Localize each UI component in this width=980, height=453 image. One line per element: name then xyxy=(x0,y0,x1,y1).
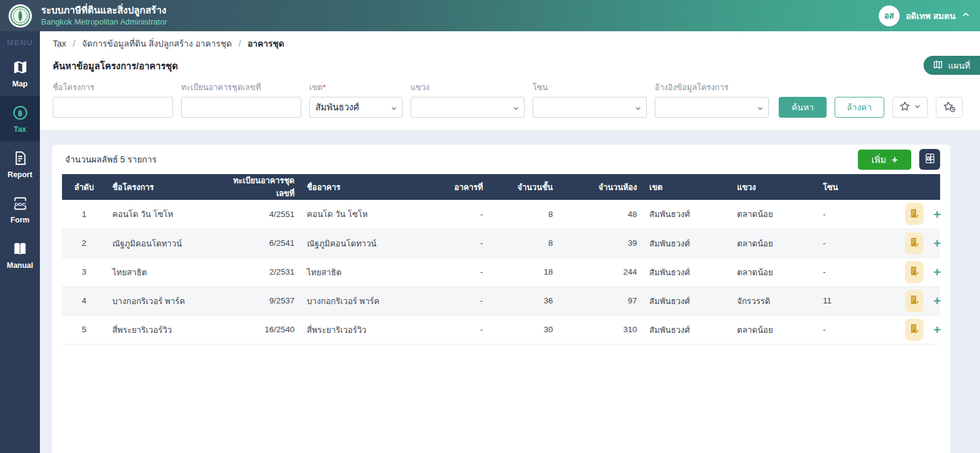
svg-text:X: X xyxy=(927,157,930,161)
export-excel-button[interactable]: X xyxy=(919,149,940,170)
search-panel: แผนที่ ค้นหาข้อมูลโครงการ/อาคารชุด ชื่อโ… xyxy=(40,54,980,130)
column-header-actions xyxy=(899,174,940,200)
star-icon xyxy=(899,101,911,114)
project-reference-select[interactable] xyxy=(655,97,769,118)
doc-file-icon: DOC xyxy=(12,196,28,211)
avatar: อส xyxy=(879,6,900,26)
building-edit-icon xyxy=(909,237,920,249)
subdistrict-label: แขวง xyxy=(411,81,525,94)
clear-button[interactable]: ล้างค่า xyxy=(835,97,884,118)
zone-field: โซน xyxy=(533,81,647,118)
map-icon xyxy=(12,59,28,75)
sidebar-item-tax[interactable]: ฿ Tax xyxy=(0,96,40,142)
cell-subdistrict: ตลาดน้อย xyxy=(731,229,817,257)
add-button[interactable]: เพิ่ม + xyxy=(858,150,911,170)
project-name-field: ชื่อโครงการ xyxy=(53,81,173,118)
book-icon xyxy=(12,241,28,257)
edit-building-button[interactable] xyxy=(905,232,924,254)
sidebar-item-form[interactable]: DOC Form xyxy=(0,187,40,232)
column-header-building-no: อาคารที่ xyxy=(423,174,489,200)
menu-label: MENU xyxy=(0,31,40,51)
cell-building-no: - xyxy=(423,229,489,257)
table-row: 4 บางกอกริเวอร์ พาร์ค 9/2537 บางกอกริเวอ… xyxy=(62,286,940,315)
add-row-item-button[interactable]: + xyxy=(933,265,941,278)
svg-text:DOC: DOC xyxy=(14,202,25,207)
top-header: ระบบภาษีที่ดินและสิ่งปลูกสร้าง Bangkok M… xyxy=(0,0,980,31)
cell-registration: 9/2537 xyxy=(214,286,301,315)
sidebar-item-label: Report xyxy=(7,170,32,179)
sidebar-item-label: Map xyxy=(12,80,28,88)
favorite-filter-dropdown-button[interactable] xyxy=(892,97,928,118)
add-row-item-button[interactable]: + xyxy=(933,323,941,336)
cell-subdistrict: ตลาดน้อย xyxy=(731,200,817,229)
table-row: 5 สี่พระยาริเวอร์วิว 16/2540 สี่พระยาริเ… xyxy=(62,315,940,344)
column-header-district: เขต xyxy=(643,174,731,200)
column-header-rooms: จำนวนห้อง xyxy=(559,174,643,200)
user-name: อดิเทพ สมตน xyxy=(906,9,955,23)
cell-building: คอนโด วัน โซโห xyxy=(301,200,423,229)
sidebar-item-label: Tax xyxy=(14,125,26,134)
cell-rooms: 39 xyxy=(559,229,643,257)
report-document-icon xyxy=(12,150,28,166)
cell-building-no: - xyxy=(423,315,489,344)
chevron-down-icon xyxy=(914,103,921,112)
cell-zone: - xyxy=(817,229,899,257)
column-header-subdistrict: แขวง xyxy=(731,174,817,200)
project-reference-label: อ้างอิงข้อมูลโครงการ xyxy=(655,81,769,94)
cell-registration: 2/2531 xyxy=(214,257,301,286)
cell-subdistrict: ตลาดน้อย xyxy=(731,257,817,286)
cell-building-no: - xyxy=(423,286,489,315)
cell-district: สัมพันธวงศ์ xyxy=(643,229,731,257)
cell-subdistrict: จักรวรรดิ xyxy=(731,286,817,315)
column-header-building: ชื่ออาคาร xyxy=(301,174,423,200)
column-header-zone: โซน xyxy=(817,174,899,200)
subdistrict-select[interactable] xyxy=(411,97,525,118)
add-row-item-button[interactable]: + xyxy=(933,237,941,249)
user-menu[interactable]: อส อดิเทพ สมตน xyxy=(879,6,970,26)
condo-registration-input[interactable] xyxy=(181,97,301,118)
project-name-label: ชื่อโครงการ xyxy=(53,81,173,94)
search-button[interactable]: ค้นหา xyxy=(779,97,827,118)
cell-floors: 36 xyxy=(489,286,559,315)
add-row-item-button[interactable]: + xyxy=(933,294,941,307)
breadcrumb-item-current: อาคารชุด xyxy=(247,39,284,48)
cell-project: บางกอกริเวอร์ พาร์ค xyxy=(106,286,214,315)
favorite-history-button[interactable] xyxy=(936,97,963,118)
cell-registration: 4/2551 xyxy=(214,200,301,229)
sidebar-item-label: Manual xyxy=(7,261,33,270)
table-header-row: ลำดับ ชื่อโครงการ ทะเบียนอาคารชุดเลขที่ … xyxy=(62,174,940,200)
cell-floors: 8 xyxy=(489,229,559,257)
project-name-input[interactable] xyxy=(53,97,173,118)
building-edit-icon xyxy=(909,323,920,336)
sidebar-item-map[interactable]: Map xyxy=(0,51,40,96)
building-edit-icon xyxy=(909,208,920,221)
map-icon xyxy=(933,59,943,72)
cell-rooms: 310 xyxy=(559,315,643,344)
cell-floors: 8 xyxy=(489,200,559,229)
cell-zone: - xyxy=(817,200,899,229)
map-view-button[interactable]: แผนที่ xyxy=(924,56,980,75)
page-title: ค้นหาข้อมูลโครงการ/อาคารชุด xyxy=(53,59,980,74)
breadcrumb-item-manage[interactable]: จัดการข้อมูลที่ดิน สิ่งปลูกสร้าง อาคารชุ… xyxy=(82,39,231,48)
breadcrumb-item-tax[interactable]: Tax xyxy=(53,39,66,48)
edit-building-button[interactable] xyxy=(905,203,924,225)
cell-project: สี่พระยาริเวอร์วิว xyxy=(106,315,214,344)
chevron-up-icon xyxy=(962,10,970,21)
district-field: เขต* สัมพันธวงศ์ xyxy=(309,81,403,118)
sidebar: MENU Map ฿ Tax Report DOC Form xyxy=(0,31,40,453)
results-card: จำนวนผลลัพธ์ 5 รายการ เพิ่ม + X xyxy=(52,145,950,453)
cell-building: บางกอกริเวอร์ พาร์ค xyxy=(301,286,423,315)
sidebar-item-manual[interactable]: Manual xyxy=(0,232,40,278)
zone-select[interactable] xyxy=(533,97,647,118)
district-select[interactable]: สัมพันธวงศ์ xyxy=(309,97,403,118)
edit-building-button[interactable] xyxy=(905,290,924,312)
sidebar-item-report[interactable]: Report xyxy=(0,142,40,187)
required-asterisk: * xyxy=(323,83,326,92)
subdistrict-field: แขวง xyxy=(411,81,525,118)
edit-building-button[interactable] xyxy=(905,261,924,283)
edit-building-button[interactable] xyxy=(905,319,924,341)
add-row-item-button[interactable]: + xyxy=(933,208,941,221)
breadcrumb-separator: / xyxy=(73,39,75,48)
condo-registration-label: ทะเบียนอาคารชุดเลขที่ xyxy=(181,81,301,94)
bma-logo xyxy=(8,4,33,28)
